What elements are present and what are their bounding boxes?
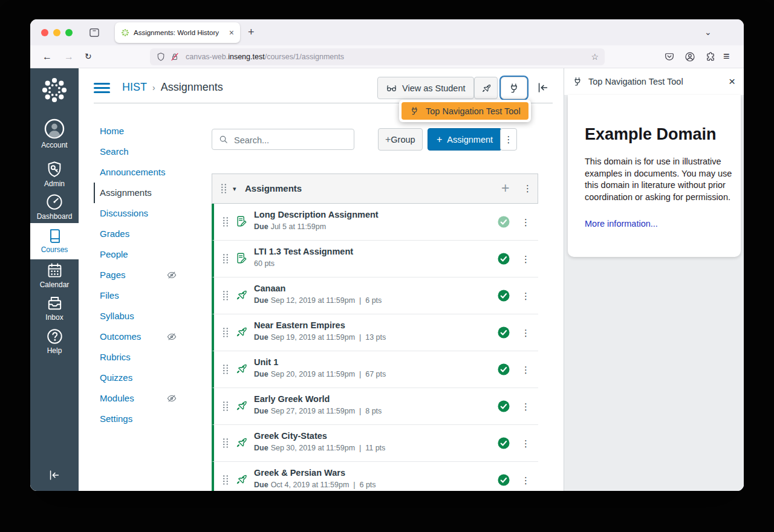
drag-handle-icon[interactable] — [219, 473, 232, 487]
published-check-icon[interactable] — [497, 289, 510, 302]
browser-account-icon[interactable] — [685, 51, 695, 62]
pocket-icon[interactable] — [664, 51, 675, 62]
group-kebab-icon[interactable]: ⋮ — [523, 174, 532, 203]
close-window-button[interactable] — [41, 29, 48, 36]
assignment-title[interactable]: Long Description Assignment — [254, 210, 379, 219]
search-input[interactable] — [233, 130, 350, 150]
zoom-window-button[interactable] — [65, 29, 73, 36]
tool-dropdown-item[interactable]: Top Navigation Test Tool — [402, 102, 528, 120]
drag-handle-icon[interactable] — [219, 326, 232, 339]
row-kebab-icon[interactable]: ⋮ — [521, 277, 530, 314]
course-nav-grades[interactable]: Grades — [94, 224, 209, 244]
extensions-puzzle-icon[interactable] — [705, 51, 716, 62]
drag-handle-icon[interactable] — [219, 252, 232, 265]
assignment-title[interactable]: Early Greek World — [254, 394, 330, 404]
course-nav-files[interactable]: Files — [94, 285, 209, 306]
forward-button[interactable]: → — [64, 45, 74, 68]
assignment-title[interactable]: Greek & Persian Wars — [254, 468, 345, 478]
global-nav-courses[interactable]: Courses — [30, 223, 79, 259]
course-nav-outcomes[interactable]: Outcomes — [94, 326, 209, 347]
row-kebab-icon[interactable]: ⋮ — [521, 241, 530, 277]
assignment-title[interactable]: Canaan — [254, 284, 285, 293]
back-button[interactable]: ← — [42, 45, 52, 68]
reload-button[interactable]: ↻ — [85, 45, 92, 68]
assignment-row[interactable]: Greek & Persian Wars DueOct 4, 2019 at 1… — [212, 462, 538, 491]
firefox-view-icon[interactable] — [88, 27, 100, 39]
assignment-row[interactable]: Unit 1 DueSep 20, 2019 at 11:59pm | 67 p… — [212, 351, 538, 388]
assignment-title[interactable]: Unit 1 — [254, 357, 278, 367]
published-check-icon[interactable] — [497, 252, 510, 265]
course-nav-quizzes[interactable]: Quizzes — [94, 368, 209, 388]
drag-handle-icon[interactable] — [219, 363, 232, 376]
tab-close-icon[interactable]: × — [229, 22, 234, 43]
drag-handle-icon[interactable] — [219, 215, 232, 229]
assignment-title[interactable]: LTI 1.3 Test Assignment — [254, 247, 353, 256]
drag-handle-icon[interactable] — [219, 436, 232, 450]
global-nav-calendar[interactable]: Calendar — [30, 259, 79, 289]
assignment-row[interactable]: Early Greek World DueSep 27, 2019 at 11:… — [212, 388, 538, 425]
course-nav-settings[interactable]: Settings — [94, 409, 209, 429]
global-nav-help[interactable]: Help — [30, 325, 79, 355]
global-nav-admin[interactable]: Admin — [30, 158, 79, 188]
add-assignment-button[interactable]: +Assignment — [428, 128, 502, 151]
shield-icon[interactable] — [156, 52, 166, 62]
browser-tab[interactable]: Assignments: World History × — [115, 22, 240, 43]
course-nav-people[interactable]: People — [94, 244, 209, 265]
assignment-row[interactable]: LTI 1.3 Test Assignment 60 pts ⋮ — [212, 241, 538, 277]
published-check-icon[interactable] — [497, 326, 510, 339]
course-nav-discussions[interactable]: Discussions — [94, 203, 209, 224]
course-nav-announcements[interactable]: Announcements — [94, 162, 209, 183]
course-nav-pages[interactable]: Pages — [94, 265, 209, 285]
assignment-row[interactable]: Greek City-States DueSep 30, 2019 at 11:… — [212, 425, 538, 462]
published-check-icon[interactable] — [497, 473, 510, 487]
assignment-row[interactable]: Near Eastern Empires DueSep 19, 2019 at … — [212, 314, 538, 351]
insecure-lock-icon[interactable] — [170, 52, 180, 62]
global-nav-account[interactable]: Account — [30, 115, 79, 149]
course-nav-syllabus[interactable]: Syllabus — [94, 306, 209, 326]
global-nav-dashboard[interactable]: Dashboard — [30, 190, 79, 221]
drag-handle-icon[interactable] — [219, 400, 232, 413]
course-nav-home[interactable]: Home — [94, 121, 209, 141]
add-group-button[interactable]: +Group — [378, 128, 423, 151]
assignment-row[interactable]: Canaan DueSep 12, 2019 at 11:59pm | 6 pt… — [212, 277, 538, 314]
bookmark-star-icon[interactable]: ☆ — [591, 48, 599, 65]
canvas-logo-icon[interactable] — [40, 76, 69, 105]
row-kebab-icon[interactable]: ⋮ — [521, 314, 530, 351]
published-check-icon[interactable] — [497, 400, 510, 413]
breadcrumb-course-link[interactable]: HIST — [122, 81, 147, 93]
row-kebab-icon[interactable]: ⋮ — [521, 388, 530, 425]
drag-handle-icon[interactable] — [217, 182, 230, 195]
lti-tools-plug-button[interactable] — [501, 77, 527, 99]
assignment-title[interactable]: Near Eastern Empires — [254, 320, 345, 330]
tab-list-chevron-icon[interactable]: ⌄ — [704, 19, 712, 45]
url-bar[interactable]: canvas-web.inseng.test/courses/1/assignm… — [150, 48, 605, 65]
assignments-settings-kebab-icon[interactable]: ⋮ — [500, 128, 517, 151]
published-check-icon[interactable] — [497, 436, 510, 450]
global-nav-collapse-icon[interactable] — [48, 469, 61, 482]
rocket-button[interactable] — [474, 77, 498, 99]
assignment-row[interactable]: Long Description Assignment DueJul 5 at … — [212, 204, 538, 241]
drag-handle-icon[interactable] — [219, 289, 232, 302]
row-kebab-icon[interactable]: ⋮ — [521, 462, 530, 491]
view-as-student-button[interactable]: View as Student — [377, 77, 474, 99]
minimize-window-button[interactable] — [53, 29, 60, 36]
group-add-icon[interactable]: + — [501, 174, 509, 202]
group-expand-caret-icon[interactable]: ▾ — [233, 174, 236, 203]
global-nav-inbox[interactable]: Inbox — [30, 292, 79, 322]
published-check-icon[interactable] — [497, 363, 510, 376]
assignment-title[interactable]: Greek City-States — [254, 431, 327, 441]
course-nav-assignments[interactable]: Assignments — [94, 183, 209, 203]
row-kebab-icon[interactable]: ⋮ — [521, 425, 530, 462]
page-collapse-icon[interactable] — [536, 81, 550, 94]
course-nav-modules[interactable]: Modules — [94, 388, 209, 409]
tray-close-icon[interactable]: × — [729, 68, 735, 95]
browser-menu-icon[interactable]: ≡ — [723, 45, 730, 68]
row-kebab-icon[interactable]: ⋮ — [521, 351, 530, 388]
course-nav-hamburger-icon[interactable] — [94, 83, 110, 94]
row-kebab-icon[interactable]: ⋮ — [521, 204, 530, 241]
course-nav-search[interactable]: Search — [94, 141, 209, 162]
course-nav-rubrics[interactable]: Rubrics — [94, 347, 209, 368]
more-information-link[interactable]: More information... — [585, 219, 658, 229]
new-tab-button[interactable]: + — [248, 19, 255, 45]
published-check-icon[interactable] — [497, 215, 510, 229]
